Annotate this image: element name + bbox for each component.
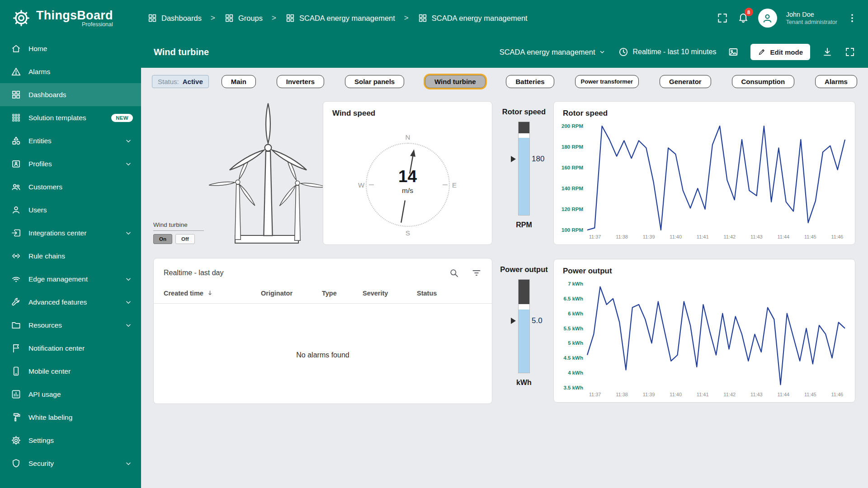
sidebar-item-rule-chains[interactable]: Rule chains: [0, 244, 141, 267]
power-output-line-chart: 7 kWh6.5 kWh6 kWh5.5 kWh5 kWh4.5 kWh4 kW…: [557, 279, 852, 400]
switch-off-button[interactable]: Off: [175, 234, 195, 244]
shield-icon: [11, 458, 21, 469]
column-header-type[interactable]: Type: [322, 290, 363, 297]
sidebar-item-integrations-center[interactable]: Integrations center: [0, 221, 141, 244]
user-role: Tenant administrator: [786, 19, 837, 25]
toolbar-tab-wind-turbine[interactable]: Wind turbine: [425, 75, 486, 88]
dashboard-header-actions: SCADA energy management Realtime - last …: [500, 44, 855, 60]
breadcrumb-item-scada-energy-management-2[interactable]: SCADA energy management: [285, 13, 395, 23]
column-header-status[interactable]: Status: [417, 290, 482, 297]
dashboard-title: Wind turbine: [154, 47, 209, 57]
timewindow-label: Realtime - last 10 minutes: [633, 48, 717, 56]
svg-text:4 kWh: 4 kWh: [568, 370, 583, 375]
gauge-segment-gap: [519, 304, 529, 310]
dashboard-state-tabs: MainInvertersSolar panelsWind turbineBat…: [222, 75, 857, 88]
sidebar-item-resources[interactable]: Resources: [0, 314, 141, 337]
toolbar-tab-generator[interactable]: Generator: [660, 75, 711, 88]
svg-text:11:43: 11:43: [750, 392, 763, 397]
sidebar-item-label: Resources: [28, 321, 62, 329]
topbar-actions: 8 John Doe Tenant administrator: [717, 9, 868, 28]
sidebar-item-home[interactable]: Home: [0, 37, 141, 60]
column-header-severity[interactable]: Severity: [363, 290, 417, 297]
download-icon[interactable]: [822, 47, 833, 57]
wifi-icon: [11, 274, 21, 284]
sidebar-item-api-usage[interactable]: API usage: [0, 383, 141, 406]
svg-text:6.5 kWh: 6.5 kWh: [564, 296, 583, 301]
alarms-timewindow-label[interactable]: Realtime - last day: [164, 269, 224, 277]
more-menu-icon[interactable]: [846, 12, 858, 24]
toolbar-tab-inverters[interactable]: Inverters: [277, 75, 324, 88]
notifications-button[interactable]: 8: [737, 11, 749, 25]
column-header-originator[interactable]: Originator: [261, 290, 322, 297]
rotor-speed-chart-card: Rotor speed 200 RPM180 RPM160 RPM140 RPM…: [553, 101, 855, 245]
gauge-body: 180: [499, 122, 549, 216]
status-chip: Status: Active: [152, 75, 209, 88]
svg-text:11:37: 11:37: [589, 234, 601, 239]
input-icon: [11, 228, 21, 238]
sidebar-item-mobile-center[interactable]: Mobile center: [0, 360, 141, 383]
column-label: Created time: [164, 290, 203, 297]
sidebar-item-users[interactable]: Users: [0, 198, 141, 221]
image-icon[interactable]: [728, 47, 739, 57]
sidebar-item-solution-templates[interactable]: Solution templatesNEW: [0, 106, 141, 129]
toolbar-tab-solar-panels[interactable]: Solar panels: [345, 75, 404, 88]
sidebar-item-label: Alarms: [28, 68, 50, 76]
svg-text:11:46: 11:46: [831, 234, 844, 239]
grid-icon: [11, 89, 21, 100]
sidebar-item-advanced-features[interactable]: Advanced features: [0, 291, 141, 314]
search-icon[interactable]: [448, 267, 459, 278]
toolbar-tab-main[interactable]: Main: [222, 75, 256, 88]
sidebar-item-profiles[interactable]: Profiles: [0, 152, 141, 175]
svg-text:11:40: 11:40: [670, 392, 682, 397]
toolbar-tab-alarms[interactable]: Alarms: [815, 75, 857, 88]
sidebar-item-alarms[interactable]: Alarms: [0, 60, 141, 83]
svg-text:11:39: 11:39: [643, 234, 655, 239]
sidebar-item-notification-center[interactable]: Notification center: [0, 337, 141, 360]
switch-on-button[interactable]: On: [153, 234, 172, 244]
alarms-card-actions: [448, 267, 482, 278]
svg-text:11:41: 11:41: [697, 392, 709, 397]
sidebar-item-entities[interactable]: Entities: [0, 129, 141, 152]
gauge-value: 5.0: [532, 316, 542, 325]
cardinal-n: N: [406, 133, 410, 141]
filter-icon[interactable]: [471, 267, 482, 278]
sidebar-item-label: Settings: [28, 436, 54, 445]
timewindow-button[interactable]: Realtime - last 10 minutes: [618, 47, 717, 57]
switch-buttons: On Off: [153, 234, 213, 244]
category-icon: [11, 136, 21, 146]
chart-title: Rotor speed: [554, 102, 855, 121]
chevron-down-icon: [124, 321, 133, 330]
status-label: Status:: [158, 78, 179, 85]
sidebar-item-security[interactable]: Security: [0, 452, 141, 475]
exit-fullscreen-icon[interactable]: [844, 47, 855, 57]
svg-text:140 RPM: 140 RPM: [561, 186, 583, 191]
gauge-title: Power output: [499, 265, 549, 274]
sidebar-item-white-labeling[interactable]: White labeling: [0, 406, 141, 429]
avatar[interactable]: [758, 9, 777, 28]
sidebar-item-edge-management[interactable]: Edge management: [0, 267, 141, 291]
breadcrumb-item-scada-energy-management-3[interactable]: SCADA energy management: [418, 13, 528, 23]
gauge-segment-gap: [519, 133, 529, 138]
fullscreen-icon[interactable]: [717, 12, 728, 24]
folder-icon: [11, 320, 21, 330]
sidebar-item-settings[interactable]: Settings: [0, 429, 141, 452]
column-header-created-time[interactable]: Created time: [164, 289, 261, 297]
toolbar-tab-power-transformer[interactable]: Power transformer: [575, 75, 639, 88]
wind-turbine-illustration: [209, 99, 324, 247]
toolbar-tab-batteries[interactable]: Batteries: [506, 75, 554, 88]
toolbar-tab-consumption[interactable]: Consumption: [732, 75, 795, 88]
gauge-pointer: [511, 156, 516, 162]
app-logo[interactable]: ThingsBoard Professional: [0, 9, 141, 28]
dashboard-header: Wind turbine SCADA energy management Rea…: [141, 36, 868, 68]
svg-text:4.5 kWh: 4.5 kWh: [564, 355, 583, 361]
breadcrumb-item-groups-1[interactable]: Groups: [224, 13, 263, 23]
dashboard-state-select[interactable]: SCADA energy management: [500, 48, 606, 56]
sidebar-item-customers[interactable]: Customers: [0, 175, 141, 198]
breadcrumb-item-dashboards-0[interactable]: Dashboards: [147, 13, 202, 23]
status-value: Active: [183, 78, 203, 85]
edit-mode-button[interactable]: Edit mode: [750, 44, 810, 60]
sidebar-item-label: Rule chains: [28, 252, 65, 260]
breadcrumb-label: Dashboards: [161, 14, 202, 23]
sidebar-item-dashboards[interactable]: Dashboards: [0, 83, 141, 106]
dashboard-group-icon: [285, 13, 295, 23]
